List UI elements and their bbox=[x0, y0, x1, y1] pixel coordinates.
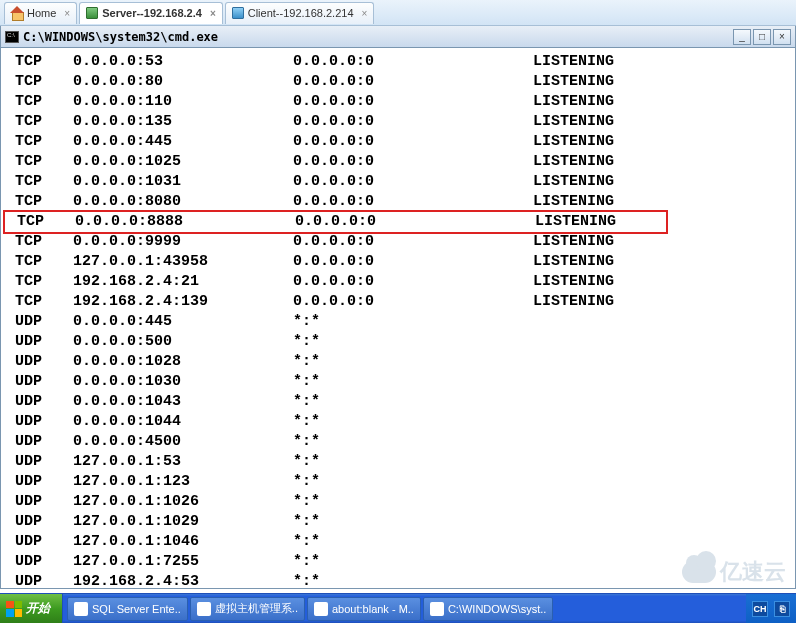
col-remote: 0.0.0.0:0 bbox=[293, 192, 533, 212]
col-local: 0.0.0.0:135 bbox=[73, 112, 293, 132]
col-state bbox=[533, 332, 793, 352]
terminal-output[interactable]: TCP0.0.0.0:530.0.0.0:0LISTENINGTCP0.0.0.… bbox=[1, 48, 795, 588]
col-proto: TCP bbox=[3, 192, 73, 212]
maximize-button[interactable]: □ bbox=[753, 29, 771, 45]
col-proto: UDP bbox=[3, 392, 73, 412]
col-remote: *:* bbox=[293, 492, 533, 512]
taskbar: 开始 SQL Server Ente.. 虚拟主机管理系.. about:bla… bbox=[0, 593, 796, 623]
col-proto: UDP bbox=[3, 532, 73, 552]
system-tray[interactable]: CH ⎘ bbox=[746, 594, 796, 624]
netstat-row: TCP0.0.0.0:800.0.0.0:0LISTENING bbox=[3, 72, 793, 92]
col-proto: UDP bbox=[3, 472, 73, 492]
app-icon bbox=[430, 602, 444, 616]
tab-home[interactable]: Home × bbox=[4, 2, 77, 24]
col-local: 127.0.0.1:1029 bbox=[73, 512, 293, 532]
tab-label: Home bbox=[27, 7, 56, 19]
col-local: 127.0.0.1:43958 bbox=[73, 252, 293, 272]
task-label: 虚拟主机管理系.. bbox=[215, 601, 298, 616]
task-item-vhost[interactable]: 虚拟主机管理系.. bbox=[190, 597, 305, 621]
home-icon bbox=[11, 7, 23, 19]
col-local: 0.0.0.0:80 bbox=[73, 72, 293, 92]
col-state: LISTENING bbox=[533, 92, 793, 112]
close-icon[interactable]: × bbox=[64, 8, 70, 19]
col-state: LISTENING bbox=[533, 172, 793, 192]
col-remote: *:* bbox=[293, 412, 533, 432]
col-local: 0.0.0.0:9999 bbox=[73, 232, 293, 252]
netstat-row: UDP127.0.0.1:1029*:* bbox=[3, 512, 793, 532]
col-state bbox=[533, 312, 793, 332]
col-proto: TCP bbox=[3, 52, 73, 72]
tab-bar: Home × Server--192.168.2.4 × Client--192… bbox=[0, 0, 796, 26]
col-remote: *:* bbox=[293, 452, 533, 472]
minimize-button[interactable]: _ bbox=[733, 29, 751, 45]
col-remote: 0.0.0.0:0 bbox=[293, 72, 533, 92]
col-state bbox=[533, 532, 793, 552]
tab-client[interactable]: Client--192.168.2.214 × bbox=[225, 2, 375, 24]
col-remote: *:* bbox=[293, 572, 533, 588]
tab-server[interactable]: Server--192.168.2.4 × bbox=[79, 2, 223, 24]
col-state bbox=[533, 512, 793, 532]
col-local: 127.0.0.1:123 bbox=[73, 472, 293, 492]
ime-icon[interactable]: CH bbox=[752, 601, 768, 617]
col-proto: UDP bbox=[3, 332, 73, 352]
col-local: 0.0.0.0:1031 bbox=[73, 172, 293, 192]
task-item-cmd[interactable]: C:\WINDOWS\syst.. bbox=[423, 597, 553, 621]
netstat-row: TCP0.0.0.0:80800.0.0.0:0LISTENING bbox=[3, 192, 793, 212]
netstat-row: UDP0.0.0.0:1028*:* bbox=[3, 352, 793, 372]
col-proto: TCP bbox=[3, 232, 73, 252]
netstat-row: TCP0.0.0.0:4450.0.0.0:0LISTENING bbox=[3, 132, 793, 152]
col-proto: TCP bbox=[3, 132, 73, 152]
col-proto: TCP bbox=[3, 112, 73, 132]
col-local: 127.0.0.1:1026 bbox=[73, 492, 293, 512]
col-proto: TCP bbox=[3, 152, 73, 172]
col-state: LISTENING bbox=[533, 132, 793, 152]
netstat-row: TCP192.168.2.4:1390.0.0.0:0LISTENING bbox=[3, 292, 793, 312]
tray-icon[interactable]: ⎘ bbox=[774, 601, 790, 617]
col-proto: TCP bbox=[3, 252, 73, 272]
netstat-row: TCP0.0.0.0:530.0.0.0:0LISTENING bbox=[3, 52, 793, 72]
titlebar[interactable]: C:\WINDOWS\system32\cmd.exe _ □ × bbox=[1, 26, 795, 48]
col-state: LISTENING bbox=[533, 112, 793, 132]
col-proto: TCP bbox=[3, 92, 73, 112]
col-proto: UDP bbox=[3, 452, 73, 472]
netstat-row: UDP0.0.0.0:1044*:* bbox=[3, 412, 793, 432]
netstat-row: TCP0.0.0.0:10310.0.0.0:0LISTENING bbox=[3, 172, 793, 192]
close-icon[interactable]: × bbox=[210, 8, 216, 19]
netstat-row: UDP0.0.0.0:500*:* bbox=[3, 332, 793, 352]
netstat-row: TCP0.0.0.0:1100.0.0.0:0LISTENING bbox=[3, 92, 793, 112]
close-button[interactable]: × bbox=[773, 29, 791, 45]
col-state: LISTENING bbox=[533, 272, 793, 292]
col-state bbox=[533, 352, 793, 372]
task-item-sql[interactable]: SQL Server Ente.. bbox=[67, 597, 188, 621]
col-proto: UDP bbox=[3, 372, 73, 392]
col-proto: TCP bbox=[5, 212, 75, 232]
col-remote: *:* bbox=[293, 372, 533, 392]
windows-logo-icon bbox=[6, 601, 22, 617]
close-icon[interactable]: × bbox=[362, 8, 368, 19]
netstat-row: UDP127.0.0.1:53*:* bbox=[3, 452, 793, 472]
window-title: C:\WINDOWS\system32\cmd.exe bbox=[23, 30, 218, 44]
titlebar-left: C:\WINDOWS\system32\cmd.exe bbox=[5, 30, 218, 44]
col-state bbox=[533, 572, 793, 588]
col-local: 127.0.0.1:1046 bbox=[73, 532, 293, 552]
col-remote: *:* bbox=[293, 392, 533, 412]
task-item-ie[interactable]: about:blank - M.. bbox=[307, 597, 421, 621]
col-state: LISTENING bbox=[533, 192, 793, 212]
col-state: LISTENING bbox=[535, 212, 616, 232]
netstat-row: UDP0.0.0.0:1030*:* bbox=[3, 372, 793, 392]
col-proto: UDP bbox=[3, 412, 73, 432]
netstat-row: TCP0.0.0.0:1350.0.0.0:0LISTENING bbox=[3, 112, 793, 132]
cmd-icon bbox=[5, 31, 19, 43]
col-state bbox=[533, 392, 793, 412]
col-remote: 0.0.0.0:0 bbox=[293, 272, 533, 292]
col-state bbox=[533, 412, 793, 432]
col-proto: UDP bbox=[3, 492, 73, 512]
col-state: LISTENING bbox=[533, 52, 793, 72]
col-proto: TCP bbox=[3, 172, 73, 192]
netstat-row: UDP0.0.0.0:445*:* bbox=[3, 312, 793, 332]
netstat-row: TCP192.168.2.4:210.0.0.0:0LISTENING bbox=[3, 272, 793, 292]
netstat-row: UDP192.168.2.4:53*:* bbox=[3, 572, 793, 588]
start-button[interactable]: 开始 bbox=[0, 594, 63, 624]
col-state bbox=[533, 552, 793, 572]
col-remote: 0.0.0.0:0 bbox=[293, 172, 533, 192]
